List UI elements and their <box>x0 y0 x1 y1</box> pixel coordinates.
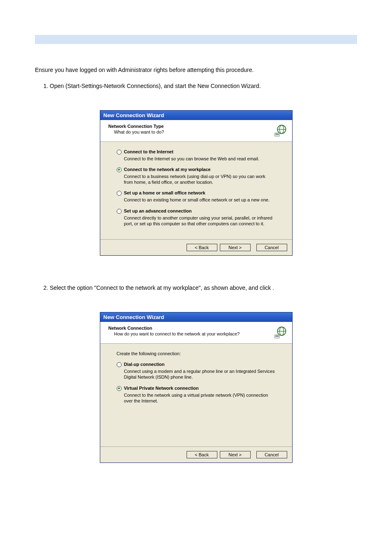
svg-rect-9 <box>275 335 279 337</box>
radio-desc: Connect to an existing home or small off… <box>124 197 276 203</box>
svg-rect-4 <box>275 133 279 134</box>
step-2: Select the option "Connect to the networ… <box>50 282 357 294</box>
new-connection-wizard-1: New Connection Wizard Network Connection… <box>100 110 293 256</box>
wizard-header: Network Connection How do you want to co… <box>100 322 292 344</box>
wizard-footer: < Back Next > Cancel <box>100 239 292 255</box>
back-button[interactable]: < Back <box>187 244 217 251</box>
wizard-header: Network Connection Type What do you want… <box>100 120 292 142</box>
wizard-title-bar: New Connection Wizard <box>100 312 292 322</box>
step-2-text-suffix: . <box>272 284 274 291</box>
option-home-office-network[interactable]: Set up a home or small office network Co… <box>117 190 276 203</box>
radio-icon <box>117 167 122 172</box>
radio-label: Set up a home or small office network <box>124 190 205 195</box>
wizard-header-subtitle: What do you want to do? <box>108 130 273 134</box>
wizard-header-title: Network Connection Type <box>108 124 273 129</box>
radio-icon <box>117 150 122 155</box>
cancel-button[interactable]: Cancel <box>256 451 287 458</box>
intro-text: Ensure you have logged on with Administr… <box>35 67 357 73</box>
radio-label: Connect to the Internet <box>124 149 173 154</box>
next-button[interactable]: Next > <box>220 451 251 458</box>
network-connection-icon <box>273 124 287 138</box>
radio-desc: Connect to a business network (using dia… <box>124 173 276 185</box>
radio-desc: Connect using a modem and a regular phon… <box>124 368 276 380</box>
radio-label: Connect to the network at my workplace <box>124 167 211 172</box>
step-1-text-prefix: Open <box>50 83 65 89</box>
cancel-button[interactable]: Cancel <box>256 244 287 251</box>
wizard-body-intro: Create the following connection: <box>117 351 276 356</box>
radio-desc: Connect to the network using a virtual p… <box>124 392 276 404</box>
radio-label: Dial-up connection <box>124 362 165 367</box>
option-dialup-connection[interactable]: Dial-up connection Connect using a modem… <box>117 362 276 380</box>
radio-label: Virtual Private Network connection <box>124 386 199 391</box>
step-1: Open (Start-Settings-Network Connections… <box>50 81 357 92</box>
radio-label: Set up an advanced connection <box>124 208 192 213</box>
new-connection-wizard-2: New Connection Wizard Network Connection… <box>100 312 293 463</box>
step-1-text-suffix: (Start-Settings-Network Connections), an… <box>65 83 261 89</box>
radio-desc: Connect to the Internet so you can brows… <box>124 156 276 162</box>
radio-icon <box>117 386 122 391</box>
section-header-bar <box>35 35 357 44</box>
wizard-body: Connect to the Internet Connect to the I… <box>100 142 292 240</box>
wizard-header-title: Network Connection <box>108 326 273 331</box>
next-button[interactable]: Next > <box>220 244 251 251</box>
option-connect-workplace[interactable]: Connect to the network at my workplace C… <box>117 167 276 185</box>
wizard-body: Create the following connection: Dial-up… <box>100 344 292 446</box>
radio-desc: Connect directly to another computer usi… <box>124 215 276 227</box>
option-connect-internet[interactable]: Connect to the Internet Connect to the I… <box>117 149 276 162</box>
radio-icon <box>117 191 122 196</box>
radio-icon <box>117 362 122 367</box>
option-advanced-connection[interactable]: Set up an advanced connection Connect di… <box>117 208 276 227</box>
step-2-text-prefix: Select the option "Connect to the networ… <box>50 284 272 291</box>
wizard-header-subtitle: How do you want to connect to the networ… <box>108 331 273 336</box>
back-button[interactable]: < Back <box>187 451 217 458</box>
wizard-footer: < Back Next > Cancel <box>100 446 292 462</box>
option-vpn-connection[interactable]: Virtual Private Network connection Conne… <box>117 386 276 404</box>
network-connection-icon <box>273 326 287 340</box>
wizard-title-bar: New Connection Wizard <box>100 111 292 120</box>
radio-icon <box>117 209 122 214</box>
